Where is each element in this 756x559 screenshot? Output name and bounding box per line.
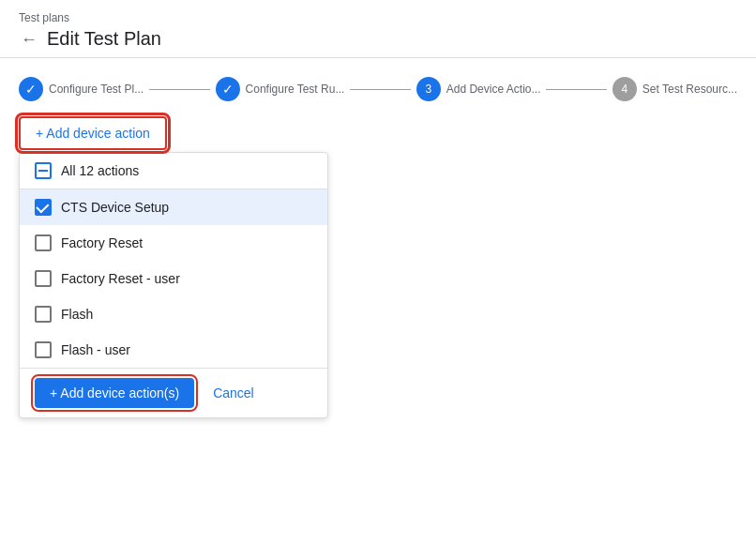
step-1-circle: ✓ [19,77,43,101]
connector-3 [546,89,606,90]
page-wrapper: Test plans ← Edit Test Plan ✓ Configure … [0,0,756,559]
step-2-circle: ✓ [216,77,240,101]
dropdown-panel: All 12 actions CTS Device Setup Factory … [19,152,328,418]
checkbox-factory-reset[interactable] [35,234,52,251]
label-flash: Flash [61,307,93,322]
step-4-label: Set Test Resourc... [643,83,737,96]
add-device-action-button[interactable]: + Add device action [19,116,167,150]
step-2: ✓ Configure Test Ru... [216,77,345,101]
breadcrumb: Test plans [19,11,737,24]
step-2-label: Configure Test Ru... [246,83,345,96]
step-3-circle: 3 [416,77,441,101]
checkbox-cts-device-setup[interactable] [35,199,52,216]
connector-1 [149,89,209,90]
checkbox-factory-reset-user[interactable] [35,270,52,287]
stepper: ✓ Configure Test Pl... ✓ Configure Test … [0,58,756,116]
item-factory-reset-user[interactable]: Factory Reset - user [20,261,327,296]
step-2-icon: ✓ [222,82,234,97]
step-4: 4 Set Test Resourc... [612,77,737,101]
all-actions-checkbox[interactable] [35,162,52,179]
checkbox-flash-user[interactable] [35,341,52,358]
label-factory-reset-user: Factory Reset - user [61,271,180,286]
page-title: Edit Test Plan [47,28,161,50]
item-cts-device-setup[interactable]: CTS Device Setup [20,189,327,225]
step-4-number: 4 [622,83,628,96]
title-row: ← Edit Test Plan [19,28,737,50]
dropdown-footer: + Add device action(s) Cancel [20,368,327,417]
step-4-circle: 4 [612,77,637,101]
step-3-label: Add Device Actio... [446,83,541,96]
all-actions-label: All 12 actions [61,163,139,178]
cancel-button[interactable]: Cancel [209,378,258,408]
header: Test plans ← Edit Test Plan [0,0,756,58]
step-1-label: Configure Test Pl... [49,83,144,96]
checkbox-flash[interactable] [35,306,52,323]
step-1: ✓ Configure Test Pl... [19,77,144,101]
label-cts-device-setup: CTS Device Setup [61,200,169,215]
label-factory-reset: Factory Reset [61,235,143,250]
connector-2 [350,89,410,90]
all-actions-item[interactable]: All 12 actions [20,153,327,189]
step-3: 3 Add Device Actio... [416,77,541,101]
label-flash-user: Flash - user [61,342,130,357]
item-flash-user[interactable]: Flash - user [20,332,327,368]
item-flash[interactable]: Flash [20,296,327,332]
step-1-icon: ✓ [25,82,37,97]
dropdown-list: All 12 actions CTS Device Setup Factory … [20,153,327,368]
back-button[interactable]: ← [19,29,39,50]
add-device-actions-button[interactable]: + Add device action(s) [35,378,194,408]
main-content: + Add device action All 12 actions CTS D… [0,116,756,418]
item-factory-reset[interactable]: Factory Reset [20,225,327,261]
step-3-number: 3 [425,83,431,96]
